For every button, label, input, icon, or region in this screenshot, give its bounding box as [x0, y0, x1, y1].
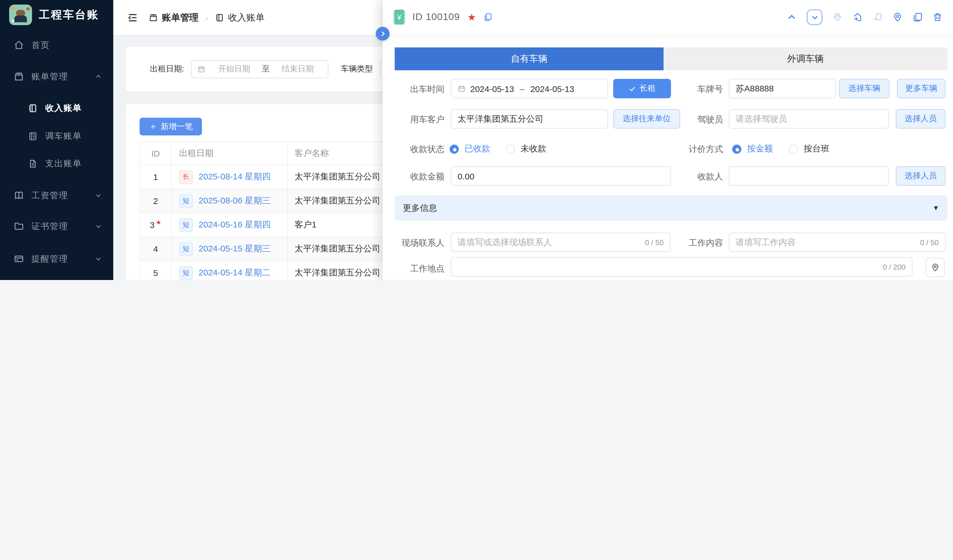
tab-own-vehicle[interactable]: 自有车辆 — [395, 48, 664, 70]
start-date-placeholder: 开始日期 — [210, 64, 259, 74]
favorite-star-icon[interactable]: ★ — [467, 11, 476, 23]
select-vehicle-button[interactable]: 选择车辆 — [839, 79, 889, 98]
collapse-menu-icon[interactable] — [127, 12, 138, 23]
radio-unpaid[interactable]: 未收款 — [506, 144, 546, 154]
sidebar-item-label: 证书管理 — [31, 221, 68, 232]
sidebar-item-label: 收入账单 — [45, 102, 82, 113]
copy-id-icon[interactable] — [483, 12, 492, 22]
payee-label: 收款人 — [672, 172, 723, 182]
tab-external-vehicle[interactable]: 外调车辆 — [664, 48, 947, 70]
plus-icon: ＋ — [149, 121, 157, 132]
folder-icon — [14, 221, 24, 231]
pay-status-label: 收款状态 — [393, 144, 444, 155]
sidebar-item-expense-bills[interactable]: 支出账单 — [0, 151, 113, 176]
card-icon — [14, 254, 24, 264]
rent-date-label: 出租日期: — [150, 64, 184, 74]
long-rent-button[interactable]: 长租 — [613, 79, 671, 98]
bill-date-link[interactable]: 2025-08-06 星期三 — [199, 195, 270, 206]
end-date-placeholder: 结束日期 — [273, 64, 322, 74]
sidebar-item-certificates[interactable]: 证书管理 — [0, 214, 113, 239]
handover-card-icon[interactable] — [872, 12, 883, 22]
amount-label: 收款金额 — [393, 172, 444, 182]
ledger-icon — [28, 103, 38, 113]
row-rent-date: 长2025-08-14 星期四 — [172, 165, 288, 189]
breadcrumb-separator-icon: › — [205, 13, 208, 22]
work-content-input[interactable]: 请填写工作内容 0 / 50 — [729, 232, 945, 252]
work-place-input[interactable]: 0 / 200 — [451, 257, 913, 277]
bill-date-link[interactable]: 2024-05-15 星期三 — [199, 243, 270, 254]
journal-icon — [28, 131, 38, 141]
row-id: 5 — [140, 261, 172, 280]
depart-date-range[interactable]: 2024-05-13 – 2024-05-13 — [451, 79, 608, 98]
site-contact-input[interactable]: 请填写或选择现场联系人 0 / 50 — [451, 232, 671, 252]
sidebar-item-bills[interactable]: 账单管理 — [0, 64, 113, 89]
brand: 工程车台账 — [9, 5, 99, 25]
expand-down-icon[interactable] — [807, 9, 823, 25]
row-id: 4 — [140, 237, 172, 261]
sidebar-item-home[interactable]: 首页 — [0, 32, 113, 58]
bill-date-link[interactable]: 2024-05-16 星期四 — [199, 220, 270, 230]
amount-input[interactable]: 0.00 — [451, 166, 671, 186]
chevron-up-icon — [95, 73, 102, 80]
work-place-label: 工作地点 — [393, 263, 444, 274]
bill-ticket-icon: ¥ — [394, 10, 405, 25]
location-icon[interactable] — [892, 12, 903, 22]
radio-off-icon — [506, 144, 515, 153]
customer-label: 用车客户 — [393, 114, 444, 125]
header-id: ID — [140, 142, 172, 165]
delete-icon[interactable] — [933, 12, 943, 22]
radio-on-icon — [450, 144, 459, 153]
drawer-header: ¥ ID 100109 ★ — [383, 0, 953, 34]
select-driver-button[interactable]: 选择人员 — [896, 109, 945, 128]
bill-date-link[interactable]: 2024-05-14 星期二 — [199, 268, 270, 278]
bill-date-link[interactable]: 2025-08-14 星期四 — [199, 172, 270, 182]
radio-by-amount[interactable]: 按金额 — [732, 144, 773, 154]
vehicle-tabs: 自有车辆 外调车辆 — [395, 48, 947, 70]
sidebar-item-dispatch-bills[interactable]: 调车账单 — [0, 124, 113, 149]
breadcrumb-section[interactable]: 账单管理 — [149, 12, 199, 24]
breadcrumb: 账单管理 › 收入账单 — [127, 0, 265, 36]
radio-paid[interactable]: 已收款 — [450, 144, 490, 154]
radio-by-shift[interactable]: 按台班 — [789, 144, 829, 154]
rent-type-tag: 短 — [179, 194, 193, 208]
sidebar-item-reminders[interactable]: 提醒管理 — [0, 246, 113, 271]
duplicate-icon[interactable] — [913, 12, 923, 22]
radio-off-icon — [789, 144, 798, 153]
sidebar-item-label: 账单管理 — [31, 71, 68, 82]
more-info-label: 更多信息 — [403, 203, 437, 213]
app-root: 工程车台账 首页 账单管理 收入账单 调车账单 — [0, 0, 953, 280]
char-counter: 0 / 50 — [641, 238, 664, 247]
pick-location-button[interactable] — [925, 258, 945, 277]
more-vehicle-button[interactable]: 更多车辆 — [897, 79, 945, 98]
sidebar-item-finance-stats[interactable]: 财务统计 — [0, 278, 113, 280]
row-rent-date: 短2024-05-14 星期二 — [172, 261, 288, 280]
drawer-collapse-toggle[interactable] — [376, 27, 390, 40]
plate-input[interactable]: 苏A88888 — [729, 79, 836, 98]
collapse-up-icon[interactable] — [787, 12, 797, 22]
pricing-label: 计价方式 — [672, 144, 723, 155]
receive-money-icon[interactable] — [832, 12, 843, 22]
rent-type-tag: 短 — [179, 266, 193, 280]
add-bill-button[interactable]: ＋ 新增一笔 — [140, 118, 202, 135]
sidebar-item-income-bills[interactable]: 收入账单 — [0, 96, 113, 121]
return-home-icon[interactable] — [852, 12, 863, 22]
select-unit-button[interactable]: 选择往来单位 — [613, 109, 680, 128]
row-id: 1 — [140, 165, 172, 189]
driver-input[interactable]: 请选择驾驶员 — [729, 109, 889, 128]
select-payee-button[interactable]: 选择人员 — [896, 166, 945, 186]
sidebar-item-salary[interactable]: 工资管理 — [0, 183, 113, 208]
date-range-picker[interactable]: 开始日期 至 结束日期 — [191, 60, 328, 78]
sidebar-item-label: 调车账单 — [45, 131, 82, 141]
payee-input[interactable] — [729, 166, 889, 186]
char-counter: 0 / 200 — [879, 263, 905, 271]
more-info-bar[interactable]: 更多信息 ▼ — [395, 195, 947, 221]
app-logo — [9, 5, 32, 25]
ledger-icon — [215, 13, 224, 22]
row-rent-date: 短2024-05-16 星期四 — [172, 213, 288, 237]
depart-start-date: 2024-05-13 — [470, 84, 514, 93]
depart-time-label: 出车时间 — [393, 84, 444, 95]
customer-input[interactable]: 太平洋集团第五分公司 — [451, 109, 608, 128]
drawer-actions — [787, 0, 943, 34]
sidebar-item-label: 提醒管理 — [31, 254, 68, 264]
row-rent-date: 短2024-05-15 星期三 — [172, 237, 288, 261]
